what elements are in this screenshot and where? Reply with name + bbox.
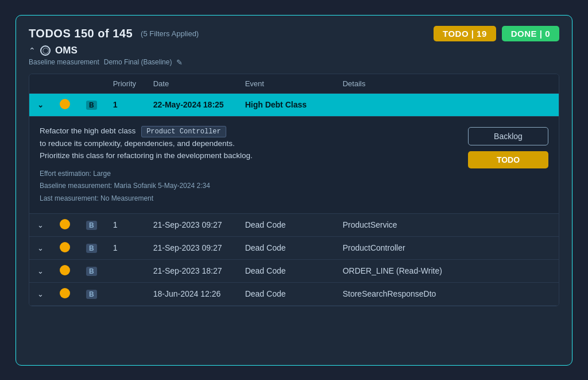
todo-badge[interactable]: TODO | 19: [434, 26, 496, 41]
b-badge: B: [86, 267, 97, 276]
priority-dot: [60, 219, 70, 229]
desc-line-2: to reduce its complexity, dependencies, …: [40, 139, 235, 148]
col-b: [78, 74, 105, 94]
baseline-label: Baseline measurement: [29, 58, 99, 66]
main-container: TODOS 150 of 145 (5 Filters Applied) TOD…: [16, 15, 572, 366]
details-cell: [335, 93, 559, 116]
expanded-detail-row: Refactor the high debt class Product Con…: [29, 116, 559, 213]
details-cell: ProductService: [335, 213, 559, 236]
baseline-row: Baseline measurement Demo Final (Baselin…: [29, 58, 559, 67]
oms-row: ⌃ ◯ OMS: [29, 45, 559, 56]
oms-icon: ◯: [40, 45, 51, 56]
event-cell: High Debt Class: [237, 93, 335, 116]
col-details-header: Details: [335, 74, 559, 94]
baseline-measurement-info: Baseline measurement: Maria Sofanik 5-Ma…: [40, 180, 422, 193]
details-cell: ProductController: [335, 236, 559, 259]
b-badge: B: [86, 290, 97, 299]
date-cell: 18-Jun-2024 12:26: [145, 282, 237, 305]
row-toggle-chevron-icon[interactable]: ⌄: [37, 267, 44, 275]
priority-cell: 1: [105, 93, 145, 116]
title-area: TODOS 150 of 145 (5 Filters Applied): [29, 27, 199, 40]
effort-estimation: Effort estimation: Large: [40, 168, 422, 181]
date-cell: 21-Sep-2023 18:27: [145, 259, 237, 282]
desc-line-1: Refactor the high debt class: [40, 126, 136, 135]
event-cell: Dead Code: [237, 259, 335, 282]
details-cell: ORDER_LINE (Read-Write): [335, 259, 559, 282]
last-measurement-info: Last measurement: No Measurement: [40, 193, 422, 205]
desc-line-3: Prioritize this class for refactoring in…: [40, 151, 253, 160]
priority-cell: [105, 259, 145, 282]
edit-icon[interactable]: ✎: [176, 58, 183, 67]
collapse-chevron-icon[interactable]: ⌃: [29, 46, 36, 55]
priority-cell: 1: [105, 236, 145, 259]
badge-group: TODO | 19 DONE | 0: [434, 26, 559, 41]
priority-dot: [60, 242, 70, 252]
col-date-header: Date: [145, 74, 237, 94]
b-badge: B: [86, 101, 97, 110]
table-row[interactable]: ⌄ B 21-Sep-2023 18:27 Dead Code ORDER_LI…: [29, 259, 559, 282]
done-badge[interactable]: DONE | 0: [502, 26, 559, 41]
expanded-text-block: Refactor the high debt class Product Con…: [40, 125, 422, 205]
todos-table: Priority Date Event Details ⌄ B: [29, 74, 559, 306]
backlog-button[interactable]: Backlog: [468, 127, 548, 145]
b-badge: B: [86, 221, 97, 230]
b-badge: B: [86, 244, 97, 253]
table-header-row: Priority Date Event Details: [29, 74, 559, 94]
expanded-actions: Backlog TODO: [434, 125, 548, 168]
priority-cell: [105, 282, 145, 305]
priority-dot: [60, 288, 70, 298]
oms-label: OMS: [55, 45, 78, 56]
product-controller-badge: Product Controller: [141, 126, 226, 137]
event-cell: Dead Code: [237, 236, 335, 259]
date-cell: 21-Sep-2023 09:27: [145, 213, 237, 236]
event-cell: Dead Code: [237, 282, 335, 305]
page-title: TODOS 150 of 145: [29, 27, 133, 40]
expanded-detail-cell: Refactor the high debt class Product Con…: [29, 116, 559, 213]
table-row-expanded[interactable]: ⌄ B 1 22-May-2024 18:25 High Debt Class: [29, 93, 559, 116]
row-toggle-chevron-icon[interactable]: ⌄: [37, 221, 44, 229]
priority-dot: [60, 99, 70, 109]
row-toggle-chevron-icon[interactable]: ⌄: [37, 290, 44, 298]
expanded-description: Refactor the high debt class Product Con…: [40, 125, 422, 162]
col-dot: [52, 74, 78, 94]
date-cell: 22-May-2024 18:25: [145, 93, 237, 116]
expanded-inner: Refactor the high debt class Product Con…: [40, 125, 548, 205]
table-row[interactable]: ⌄ B 1 21-Sep-2023 09:27 Dead Code Produc…: [29, 213, 559, 236]
filter-count: (5 Filters Applied): [141, 29, 199, 38]
row-toggle-chevron-icon[interactable]: ⌄: [37, 101, 44, 109]
header-row: TODOS 150 of 145 (5 Filters Applied) TOD…: [29, 26, 559, 41]
priority-cell: 1: [105, 213, 145, 236]
todo-button[interactable]: TODO: [468, 151, 548, 168]
event-cell: Dead Code: [237, 213, 335, 236]
col-event-header: Event: [237, 74, 335, 94]
expanded-meta: Effort estimation: Large Baseline measur…: [40, 168, 422, 205]
baseline-value: Demo Final (Baseline): [104, 58, 172, 66]
row-toggle-chevron-icon[interactable]: ⌄: [37, 244, 44, 252]
priority-dot: [60, 265, 70, 275]
date-cell: 21-Sep-2023 09:27: [145, 236, 237, 259]
details-cell: StoreSearchResponseDto: [335, 282, 559, 305]
table-row[interactable]: ⌄ B 18-Jun-2024 12:26 Dead Code StoreSea…: [29, 282, 559, 305]
col-priority-header: Priority: [105, 74, 145, 94]
table-row[interactable]: ⌄ B 1 21-Sep-2023 09:27 Dead Code Produc…: [29, 236, 559, 259]
col-toggle: [29, 74, 52, 94]
